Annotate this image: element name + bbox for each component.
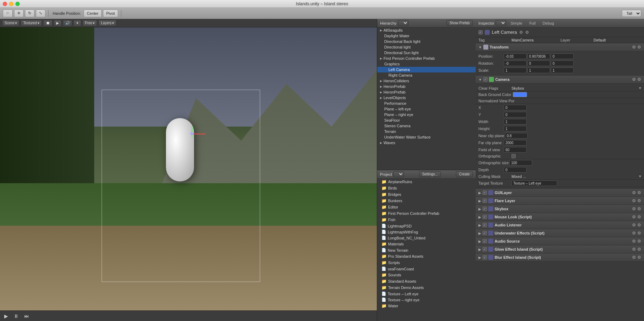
- center-button[interactable]: Center: [84, 9, 102, 17]
- component-gear-icon[interactable]: ⚙: [632, 214, 636, 219]
- component-checkbox[interactable]: [483, 191, 487, 195]
- project-item[interactable]: 📁 Materials: [377, 241, 476, 247]
- bg-color-swatch[interactable]: [513, 92, 527, 97]
- step-button[interactable]: ⏭: [23, 313, 31, 320]
- effect-button[interactable]: ✦: [73, 20, 81, 26]
- minimize-button[interactable]: [9, 2, 13, 6]
- hierarchy-item[interactable]: Directional light: [377, 44, 476, 50]
- rotate-tool-button[interactable]: ↻: [25, 9, 34, 17]
- component-settings-icon[interactable]: ⚙: [637, 190, 641, 195]
- far-clip-input[interactable]: [504, 140, 527, 146]
- scale-tool-button[interactable]: ⤡: [36, 9, 45, 17]
- transform-header[interactable]: ▼ Transform ⚙ ⚙: [476, 43, 644, 51]
- settings-button[interactable]: Settings...: [419, 171, 441, 177]
- hierarchy-content[interactable]: ▶ AllSeagullsDaylight WaterDirectional B…: [377, 27, 476, 170]
- project-dropdown[interactable]: [393, 171, 404, 177]
- component-settings-icon[interactable]: ⚙: [637, 247, 641, 252]
- pos-x-input[interactable]: [504, 53, 527, 59]
- hierarchy-item[interactable]: ▶ Waves: [377, 140, 476, 146]
- component-gear-icon[interactable]: ⚙: [632, 198, 636, 203]
- scene-tab[interactable]: Scene ▾: [2, 20, 19, 26]
- project-item[interactable]: 📄 LightmapWithFog: [377, 229, 476, 235]
- component-settings-icon[interactable]: ⚙: [637, 255, 641, 260]
- hierarchy-item[interactable]: SeaFloor: [377, 117, 476, 123]
- rot-y-input[interactable]: [527, 60, 550, 66]
- hierarchy-item[interactable]: ▶ LevelObjects: [377, 95, 476, 101]
- component-gear-icon[interactable]: ⚙: [632, 247, 636, 252]
- hierarchy-item[interactable]: ▶ AllSeagulls: [377, 27, 476, 33]
- maximize-button[interactable]: [15, 2, 20, 6]
- component-gear-icon[interactable]: ⚙: [632, 255, 636, 260]
- inspector-dropdown[interactable]: [496, 20, 506, 26]
- hand-tool-button[interactable]: ☞: [3, 9, 13, 17]
- fov-input[interactable]: [504, 147, 527, 153]
- project-item[interactable]: 📁 AirplaneRuins: [377, 179, 476, 185]
- component-settings-icon[interactable]: ⚙: [637, 206, 641, 211]
- component-flare-layer[interactable]: ▶ Flare Layer ⚙ ⚙: [476, 197, 644, 205]
- project-item[interactable]: 📁 Bridges: [377, 191, 476, 198]
- component-checkbox[interactable]: [483, 247, 487, 251]
- camera-active-checkbox[interactable]: [483, 77, 488, 82]
- component-checkbox[interactable]: [483, 215, 487, 219]
- hierarchy-item[interactable]: Directional Sun light: [377, 50, 476, 56]
- hierarchy-item[interactable]: Daylight Water: [377, 33, 476, 39]
- component-gear-icon[interactable]: ⚙: [632, 223, 636, 227]
- hierarchy-item[interactable]: Left Camera: [377, 67, 476, 72]
- component-guilayer[interactable]: ▶ GUILayer ⚙ ⚙: [476, 189, 644, 197]
- hierarchy-item[interactable]: UnderWater Water Surface: [377, 134, 476, 140]
- object-active-checkbox[interactable]: [478, 30, 483, 34]
- hierarchy-item[interactable]: Graphics: [377, 61, 476, 67]
- transform-gizmo[interactable]: [185, 127, 206, 148]
- rgb-button[interactable]: 🔲: [43, 20, 52, 26]
- rot-z-input[interactable]: [551, 60, 574, 66]
- component-checkbox[interactable]: [483, 199, 487, 203]
- component-mouse-look-(script)[interactable]: ▶ Mouse Look (Script) ⚙ ⚙: [476, 213, 644, 221]
- component-gear-icon[interactable]: ⚙: [632, 239, 636, 244]
- hierarchy-item[interactable]: Plane – right eye: [377, 112, 476, 117]
- pivot-button[interactable]: Pivot: [103, 9, 118, 17]
- project-item[interactable]: 📁 Editor: [377, 204, 476, 210]
- camera-settings-icon[interactable]: ⚙: [637, 77, 641, 82]
- component-settings-icon[interactable]: ⚙: [637, 214, 641, 219]
- vp-y-input[interactable]: [504, 112, 527, 117]
- project-item[interactable]: 📁 First Person Controller Prefab: [377, 210, 476, 217]
- tall-dropdown[interactable]: Tall: [622, 10, 641, 17]
- rot-x-input[interactable]: [504, 60, 527, 66]
- free-button[interactable]: Free ▾: [83, 20, 97, 26]
- project-item[interactable]: 📁 Standard Assets: [377, 278, 476, 284]
- hierarchy-item[interactable]: Terrain: [377, 129, 476, 134]
- project-item[interactable]: 📁 Scripts: [377, 259, 476, 266]
- orthographic-checkbox[interactable]: [511, 154, 516, 158]
- project-item[interactable]: 📁 Pro Standard Assets: [377, 253, 476, 259]
- component-checkbox[interactable]: [483, 207, 487, 211]
- clear-flags-arrow[interactable]: ▾: [639, 86, 641, 90]
- hierarchy-item[interactable]: ▶ First Person Controller Prefab: [377, 56, 476, 61]
- object-gear-icon[interactable]: ⚙: [519, 30, 523, 35]
- camera-gear-icon[interactable]: ⚙: [632, 77, 636, 82]
- move-tool-button[interactable]: ✛: [14, 9, 24, 17]
- project-item[interactable]: 📄 Texture – Left eye: [377, 291, 476, 297]
- scale-x-input[interactable]: [504, 68, 527, 73]
- component-checkbox[interactable]: [483, 255, 487, 259]
- project-item[interactable]: 📁 Water: [377, 303, 476, 309]
- component-skybox[interactable]: ▶ Skybox ⚙ ⚙: [476, 205, 644, 213]
- project-item[interactable]: 📄 seaFoamCoast: [377, 266, 476, 272]
- component-gear-icon[interactable]: ⚙: [632, 206, 636, 211]
- hierarchy-item[interactable]: Performance: [377, 101, 476, 106]
- project-item[interactable]: 📁 Birds: [377, 185, 476, 191]
- project-item[interactable]: 📄 Texture – right eye: [377, 297, 476, 303]
- project-item[interactable]: 📁 Bunkers: [377, 198, 476, 204]
- component-gear-icon[interactable]: ⚙: [632, 190, 636, 195]
- scale-z-input[interactable]: [551, 68, 574, 73]
- transform-gear-icon[interactable]: ⚙: [632, 45, 636, 50]
- project-item[interactable]: 📄 LightmapPSD: [377, 223, 476, 229]
- tab-full[interactable]: Full: [527, 20, 539, 26]
- audio-button[interactable]: 🔊: [63, 20, 72, 26]
- transform-settings-icon[interactable]: ⚙: [637, 45, 641, 50]
- layers-button[interactable]: Layers ▾: [98, 20, 116, 26]
- vp-width-input[interactable]: [504, 119, 527, 124]
- show-prefab-button[interactable]: Show Prefab: [446, 20, 473, 26]
- hierarchy-item[interactable]: Stereo Camera: [377, 123, 476, 129]
- project-item[interactable]: 📁 Sounds: [377, 272, 476, 278]
- component-checkbox[interactable]: [483, 231, 487, 235]
